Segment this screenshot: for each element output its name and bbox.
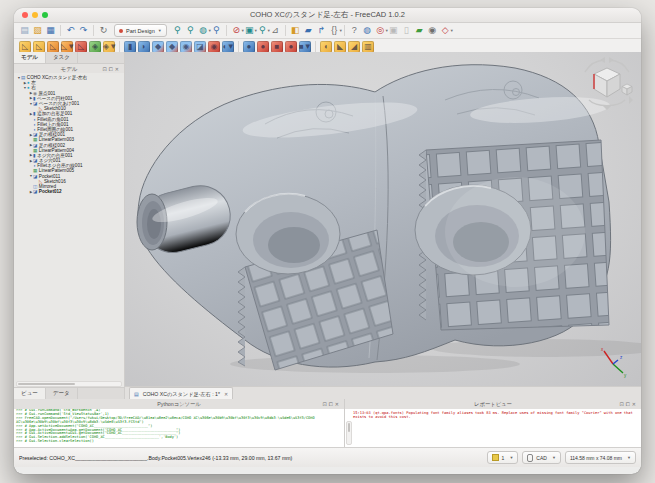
subtractive-cube-icon[interactable]: ■ [271, 41, 283, 53]
window-controls [22, 12, 48, 18]
map-sketch-icon[interactable]: ◺ [47, 41, 59, 53]
tree-item-label: Pocket012 [39, 189, 62, 194]
navigation-style-selector[interactable]: CAD ▼ [522, 451, 561, 464]
additive-helix-icon[interactable]: ◉ [180, 41, 192, 53]
diamond-icon[interactable]: ◇▼ [439, 24, 452, 37]
revolve-icon[interactable]: ◗ [138, 41, 150, 53]
scrollbar-thumb[interactable] [18, 383, 75, 385]
braces-icon[interactable]: {}▼ [328, 24, 341, 37]
zoom-selection-icon[interactable]: ⚲ [184, 24, 197, 37]
python-console-panel: Pythonコンソール ⊡⧠✕ >>> # Gui.runCommand('St… [14, 399, 345, 447]
nav-sphere-icon[interactable]: ◍ [361, 24, 374, 37]
tab-view-properties[interactable]: ビュー [14, 388, 46, 399]
edit-sketch-icon[interactable]: ◺ [33, 41, 45, 53]
clone-icon[interactable]: ◈▼ [103, 41, 115, 53]
copy-icon[interactable]: ▣ [387, 24, 400, 37]
report-message: 15:13:03 (qt.qpa.fonts) Populating font … [345, 409, 641, 419]
chevron-down-icon: ▼ [67, 42, 75, 51]
report-view-output[interactable]: 15:13:03 (qt.qpa.fonts) Populating font … [345, 409, 641, 447]
toolbar-group-view: ⚲⚲◍▼⚲⊘▼▣▼⚲▼⊿◧▰↱{}▼?◍◎▼▣▯▰◉◇▼ [171, 24, 452, 37]
shapebinder-icon[interactable]: ◈ [89, 41, 101, 53]
scrollbar-thumb[interactable] [348, 423, 350, 432]
refresh-icon[interactable]: ↻ [97, 24, 110, 37]
draft-icon[interactable]: ◢ [348, 41, 360, 53]
python-console-output[interactable]: >>> # Gui.runCommand('Std_Workbench',4)>… [14, 409, 344, 447]
zoom-window-button[interactable] [42, 12, 48, 18]
axis-indicator: x y z [599, 346, 629, 378]
export-icon[interactable]: ↱ [315, 24, 328, 37]
boolean-icon[interactable]: ● [243, 41, 255, 53]
tab-model[interactable]: モデル [14, 52, 46, 63]
part-gear-icon[interactable]: ◉ [426, 24, 439, 37]
tree-item[interactable]: ▶◪Pocket012 [14, 189, 124, 194]
freecad-window: COHO XCのスタンド足-左右 - FreeCAD 1.0.2 ▤▧▦↶↷↻ … [14, 8, 641, 474]
view-cube-icon[interactable]: ▣▼ [243, 24, 256, 37]
layer-selector[interactable]: 1 ▼ [487, 451, 519, 464]
draw-style-icon[interactable]: ⊘▼ [230, 24, 243, 37]
folder-icon[interactable]: ▰ [302, 24, 315, 37]
dimension-value: 114.58 mm x 74.08 mm [570, 455, 622, 461]
subtractive-cylinder-icon[interactable]: ● [285, 41, 297, 53]
document-icon: ▤ [134, 391, 139, 397]
primitive-icon[interactable]: ■▼ [299, 41, 311, 53]
chamfer-icon[interactable]: ◣ [334, 41, 346, 53]
save-icon[interactable]: ▦ [44, 24, 57, 37]
property-editor-tabs: ビュー データ [14, 387, 124, 399]
report-vertical-scrollbar[interactable] [346, 421, 352, 445]
chevron-down-icon: ▼ [627, 455, 631, 460]
redo-icon[interactable]: ↷ [77, 24, 90, 37]
toolbar-separator [119, 41, 120, 52]
appearance-icon[interactable]: ◧ [289, 24, 302, 37]
material-icon[interactable]: ▰ [413, 24, 426, 37]
new-file-icon[interactable]: ▤ [18, 24, 31, 37]
workbench-icon [119, 29, 123, 33]
groove-icon[interactable]: ◖▼ [222, 41, 234, 53]
console-line: >>> # Gui.Selection.clearSelection() [14, 440, 344, 444]
validate-sketch-icon[interactable]: ◺ [75, 41, 87, 53]
chevron-down-icon: ▼ [227, 42, 235, 51]
chevron-down-icon: ▼ [158, 28, 162, 33]
clipboard-icon[interactable]: ▯ [400, 24, 413, 37]
zoom-fit-icon[interactable]: ⚲ [171, 24, 184, 37]
whatsthis-icon[interactable]: ? [348, 24, 361, 37]
workbench-selector[interactable]: Part Design ▼ [114, 24, 167, 37]
pad-icon[interactable]: ▮ [124, 41, 136, 53]
model-3d[interactable] [125, 52, 641, 386]
hole-icon[interactable]: ◉ [208, 41, 220, 53]
additive-pipe-icon[interactable]: ◆ [166, 41, 178, 53]
additive-loft-icon[interactable]: ◆ [152, 41, 164, 53]
tab-data-properties[interactable]: データ [46, 388, 78, 399]
fillet-icon[interactable]: ◖ [320, 41, 332, 53]
close-window-button[interactable] [22, 12, 28, 18]
measurement-icon[interactable]: ◎▼ [374, 24, 387, 37]
thickness-icon[interactable]: ▥ [362, 41, 374, 53]
navigation-style-value: CAD [536, 455, 547, 461]
create-sketch-icon[interactable]: ◺ [19, 41, 31, 53]
sketch-tools-icon[interactable]: ◺▼ [61, 41, 73, 53]
pocket-icon: ◪ [33, 189, 37, 194]
view-isometric-icon[interactable]: ◍▼ [197, 24, 210, 37]
body-icon: ● [27, 85, 30, 90]
pocket-icon[interactable]: ◪ [194, 41, 206, 53]
close-tab-icon[interactable]: ✕ [224, 391, 228, 397]
undo-icon[interactable]: ↶ [64, 24, 77, 37]
nav-cube[interactable] [579, 56, 635, 110]
measure-icon[interactable]: ⊿ [269, 24, 282, 37]
dimension-selector[interactable]: 114.58 mm x 74.08 mm ▼ [565, 451, 636, 464]
toolbar-separator [226, 25, 227, 36]
close-panel-icon[interactable]: ✕ [632, 401, 638, 407]
close-panel-icon[interactable]: ✕ [335, 401, 341, 407]
tab-task[interactable]: タスク [46, 52, 78, 63]
zoom-tools-icon[interactable]: ⚲▼ [256, 24, 269, 37]
subtractive-sphere-icon[interactable]: ● [257, 41, 269, 53]
workbench-label: Part Design [126, 28, 155, 34]
toolbar-separator [315, 41, 316, 52]
title-bar: COHO XCのスタンド足-左右 - FreeCAD 1.0.2 [14, 8, 641, 23]
nav-mini-cube[interactable] [622, 84, 632, 95]
minimize-window-button[interactable] [32, 12, 38, 18]
close-panel-icon[interactable]: ✕ [115, 66, 121, 72]
view-find-icon[interactable]: ⚲ [210, 24, 223, 37]
document-tab-bar: ▤ COHO XCのスタンド足-左右 : 1* ✕ [125, 386, 641, 400]
3d-viewport[interactable]: x y z [125, 52, 641, 386]
open-file-icon[interactable]: ▧ [31, 24, 44, 37]
